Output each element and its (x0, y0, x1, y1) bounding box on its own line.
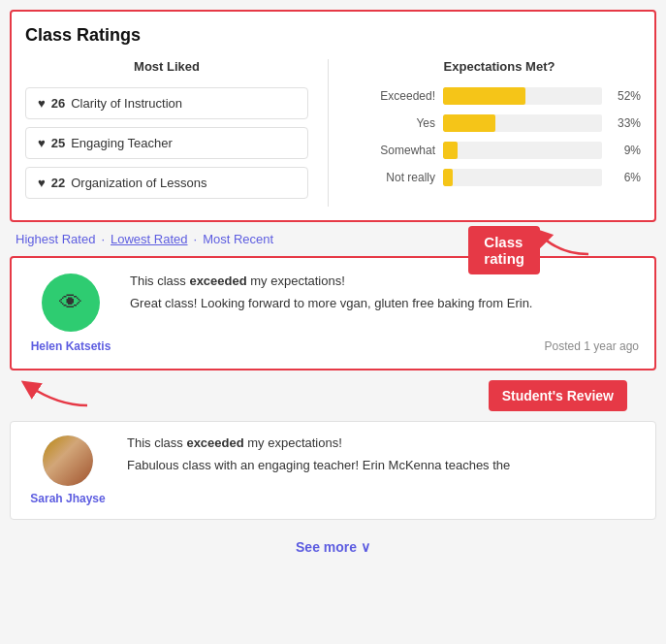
students-review-annotation: Student's Review (489, 380, 627, 411)
exp-pct-notreally: 6% (610, 171, 641, 184)
heart-icon-1: ♥ (38, 96, 46, 111)
exp-row-somewhat: Somewhat 9% (358, 142, 641, 159)
heart-icon-3: ♥ (38, 176, 46, 190)
review-2-box: Sarah Jhayse This class exceeded my expe… (10, 421, 656, 520)
liked-item-1: ♥ 26 Clarity of Instruction (25, 87, 308, 119)
reviewer-2-name: Sarah Jhayse (30, 492, 105, 505)
exp-label-exceeded: Exceeded! (358, 89, 435, 103)
see-more-row: See more ∨ (10, 530, 656, 564)
exp-bar-notreally (443, 169, 602, 186)
liked-count-3: 22 (51, 176, 65, 190)
exp-bar-fill-exceeded (443, 87, 525, 105)
liked-label-2: Engaging Teacher (71, 136, 173, 150)
exp-bar-somewhat (443, 142, 602, 159)
reviewer-2-col: Sarah Jhayse (24, 435, 111, 505)
exp-pct-exceeded: 52% (610, 89, 641, 103)
review-1-posted: Posted 1 year ago (130, 339, 639, 353)
rating-links-row: Highest Rated · Lowest Rated · Most Rece… (10, 232, 656, 246)
avatar-2-img (43, 435, 93, 486)
most-liked-column: Most Liked ♥ 26 Clarity of Instruction ♥… (25, 59, 329, 207)
most-recent-link[interactable]: Most Recent (203, 232, 273, 246)
exp-pct-yes: 33% (610, 116, 641, 130)
liked-label-3: Organization of Lessons (71, 176, 206, 190)
exp-bar-fill-notreally (443, 169, 453, 186)
class-rating-arrow (530, 230, 598, 259)
exp-label-somewhat: Somewhat (358, 144, 435, 157)
review-1-box: 👁 Helen Katsetis This class exceeded my … (10, 256, 656, 370)
review-1-expectation: This class exceeded my expectations! (130, 274, 639, 288)
exp-bar-exceeded (443, 87, 602, 105)
see-more-link[interactable]: See more ∨ (296, 539, 370, 555)
exp-row-notreally: Not really 6% (358, 169, 641, 186)
reviewer-1-name: Helen Katsetis (31, 339, 111, 353)
students-review-arrow (19, 380, 97, 411)
dot-2: · (194, 232, 198, 246)
exp-row-exceeded: Exceeded! 52% (358, 87, 641, 105)
exp-label-yes: Yes (358, 116, 435, 130)
expectations-title: Expectations Met? (358, 59, 641, 74)
heart-icon-2: ♥ (38, 136, 46, 150)
expectations-column: Expectations Met? Exceeded! 52% Yes 33% (348, 59, 641, 207)
liked-label-1: Clarity of Instruction (71, 96, 182, 111)
exp-label-notreally: Not really (358, 171, 435, 184)
chevron-down-icon: ∨ (361, 539, 370, 555)
liked-item-3: ♥ 22 Organization of Lessons (25, 167, 308, 199)
lowest-rated-link[interactable]: Lowest Rated (111, 232, 188, 246)
class-rating-annotation: Class rating (468, 226, 540, 274)
exp-bar-fill-yes (443, 114, 495, 132)
liked-item-2: ♥ 25 Engaging Teacher (25, 127, 308, 159)
review-1-content: This class exceeded my expectations! Gre… (130, 274, 639, 353)
review-2-content: This class exceeded my expectations! Fab… (127, 435, 642, 505)
highest-rated-link[interactable]: Highest Rated (16, 232, 95, 246)
review-2-text: Fabulous class with an engaging teacher!… (127, 456, 642, 505)
students-review-annotation-row: Student's Review (10, 380, 656, 411)
exp-bar-yes (443, 114, 602, 132)
most-liked-title: Most Liked (25, 59, 308, 74)
class-ratings-title: Class Ratings (25, 25, 641, 46)
reviewer-2-avatar (43, 435, 93, 486)
exp-bar-fill-somewhat (443, 142, 458, 159)
liked-count-2: 25 (51, 136, 65, 150)
review-2-expectation: This class exceeded my expectations! (127, 435, 642, 450)
exp-row-yes: Yes 33% (358, 114, 641, 132)
liked-count-1: 26 (51, 96, 65, 111)
class-ratings-box: Class Ratings Most Liked ♥ 26 Clarity of… (10, 10, 656, 222)
exp-pct-somewhat: 9% (610, 144, 641, 157)
review-1-text: Great class! Looking forward to more vga… (130, 294, 639, 330)
dot-1: · (101, 232, 105, 246)
avatar-1-icon: 👁 (59, 289, 82, 316)
reviewer-1-col: 👁 Helen Katsetis (27, 274, 114, 353)
reviewer-1-avatar: 👁 (42, 274, 100, 332)
